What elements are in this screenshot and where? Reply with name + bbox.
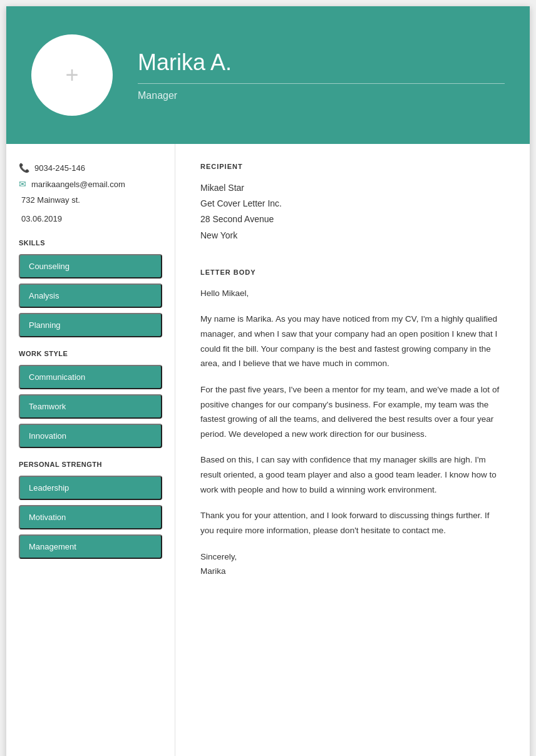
email-address: marikaangels@email.com <box>31 180 125 189</box>
skill-motivation[interactable]: Motivation <box>19 505 162 529</box>
letter-paragraph-2: For the past five years, I've been a men… <box>200 382 505 442</box>
work-style-heading: WORK STYLE <box>19 350 162 357</box>
candidate-title: Manager <box>138 90 505 101</box>
skill-analysis[interactable]: Analysis <box>19 284 162 308</box>
resume-page: + Marika A. Manager 📞 9034-245-146 ✉ mar… <box>6 6 530 756</box>
recipient-company: Get Cover Letter Inc. <box>200 196 505 212</box>
letter-paragraph-1: My name is Marika. As you may have notic… <box>200 312 505 371</box>
letter-paragraph-4: Thank you for your attention, and I look… <box>200 508 505 538</box>
header-text: Marika A. Manager <box>138 49 505 101</box>
skills-section: SKILLS Counseling Analysis Planning <box>19 239 162 337</box>
recipient-label: RECIPIENT <box>200 163 505 170</box>
personal-strength-heading: PERSONAL STRENGTH <box>19 461 162 468</box>
skill-communication[interactable]: Communication <box>19 365 162 389</box>
phone-item: 📞 9034-245-146 <box>19 163 162 173</box>
date-block: 03.06.2019 <box>19 214 162 223</box>
address-text: 732 Mainway st. <box>21 195 162 205</box>
body-section: 📞 9034-245-146 ✉ marikaangels@email.com … <box>6 144 530 756</box>
work-style-section: WORK STYLE Communication Teamwork Innova… <box>19 350 162 448</box>
main-content: RECIPIENT Mikael Star Get Cover Letter I… <box>175 144 530 756</box>
phone-icon: 📞 <box>19 163 29 173</box>
letter-body-label: LETTER BODY <box>200 268 505 276</box>
skill-counseling[interactable]: Counseling <box>19 254 162 278</box>
header-divider <box>138 83 505 84</box>
skill-leadership[interactable]: Leadership <box>19 476 162 500</box>
sidebar: 📞 9034-245-146 ✉ marikaangels@email.com … <box>6 144 175 756</box>
email-item: ✉ marikaangels@email.com <box>19 179 162 189</box>
plus-icon: + <box>65 64 78 86</box>
letter-paragraph-3: Based on this, I can say with confidence… <box>200 452 505 497</box>
phone-number: 9034-245-146 <box>34 163 85 173</box>
recipient-address: 28 Second Avenue <box>200 212 505 227</box>
letter-body-block: LETTER BODY Hello Mikael, My name is Mar… <box>200 268 505 576</box>
letter-signature: Marika <box>200 566 505 576</box>
candidate-name: Marika A. <box>138 49 505 76</box>
recipient-city: New York <box>200 228 505 243</box>
skill-innovation[interactable]: Innovation <box>19 424 162 448</box>
skills-heading: SKILLS <box>19 239 162 247</box>
skill-management[interactable]: Management <box>19 534 162 559</box>
letter-greeting: Hello Mikael, <box>200 286 505 301</box>
letter-closing: Sincerely, <box>200 549 505 564</box>
email-icon: ✉ <box>19 179 26 189</box>
address-block: 732 Mainway st. <box>19 195 162 205</box>
personal-strength-section: PERSONAL STRENGTH Leadership Motivation … <box>19 461 162 559</box>
avatar-upload[interactable]: + <box>31 34 113 116</box>
skill-teamwork[interactable]: Teamwork <box>19 394 162 419</box>
recipient-name: Mikael Star <box>200 180 505 196</box>
recipient-block: RECIPIENT Mikael Star Get Cover Letter I… <box>200 163 505 243</box>
skill-planning[interactable]: Planning <box>19 313 162 337</box>
date-text: 03.06.2019 <box>21 214 62 223</box>
header-section: + Marika A. Manager <box>6 6 530 144</box>
